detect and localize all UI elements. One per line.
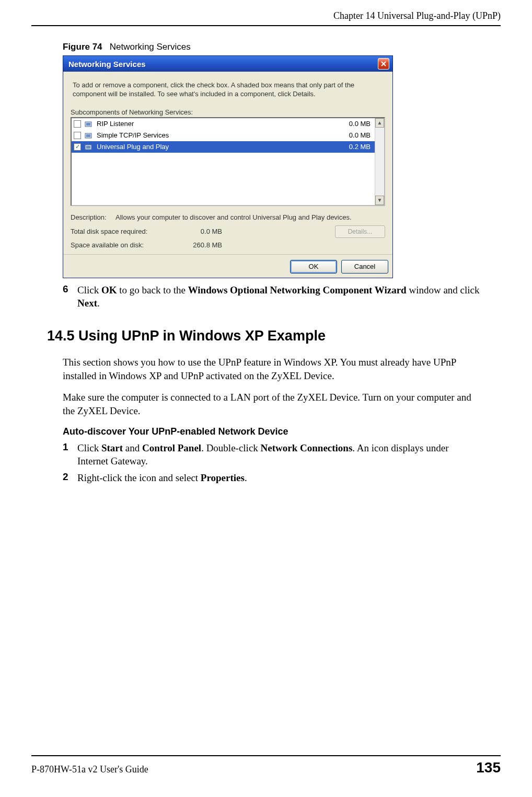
chapter-title: Chapter 14 Universal Plug-and-Play (UPnP… bbox=[333, 10, 501, 21]
total-space-value: 0.0 MB bbox=[175, 227, 222, 235]
component-icon bbox=[84, 131, 94, 140]
list-item[interactable]: RIP Listener 0.0 MB bbox=[72, 118, 375, 130]
item-size: 0.2 MB bbox=[339, 143, 371, 151]
scrollbar[interactable]: ▲ ▼ bbox=[375, 118, 384, 205]
figure-caption: Figure 74 Networking Services bbox=[63, 42, 480, 52]
item-name: Universal Plug and Play bbox=[97, 143, 339, 151]
figure-label: Figure 74 bbox=[63, 42, 102, 52]
list-item[interactable]: ✓ Universal Plug and Play 0.2 MB bbox=[72, 141, 375, 153]
cancel-button[interactable]: Cancel bbox=[341, 260, 388, 274]
ok-button[interactable]: OK bbox=[290, 260, 337, 274]
item-name: Simple TCP/IP Services bbox=[97, 131, 339, 139]
subcomponents-listbox[interactable]: RIP Listener 0.0 MB Simple TCP/IP Servic… bbox=[71, 117, 385, 206]
description-text: Allows your computer to discover and con… bbox=[115, 213, 385, 222]
scroll-down-icon[interactable]: ▼ bbox=[375, 196, 384, 205]
close-icon[interactable] bbox=[378, 58, 389, 70]
item-name: RIP Listener bbox=[97, 120, 339, 128]
checkbox[interactable] bbox=[74, 120, 81, 128]
svg-rect-1 bbox=[86, 123, 90, 126]
step-text: Click OK to go back to the Windows Optio… bbox=[77, 283, 480, 310]
page-header: Chapter 14 Universal Plug-and-Play (UPnP… bbox=[31, 10, 501, 26]
details-button: Details... bbox=[335, 225, 385, 238]
component-icon bbox=[84, 143, 94, 151]
section-heading: 14.5 Using UPnP in Windows XP Example bbox=[47, 328, 480, 344]
guide-name: P-870HW-51a v2 User's Guide bbox=[31, 764, 148, 775]
dialog-title: Networking Services bbox=[68, 60, 146, 69]
scroll-up-icon[interactable]: ▲ bbox=[375, 118, 384, 128]
step-number: 1 bbox=[63, 441, 77, 468]
figure-title: Networking Services bbox=[110, 42, 191, 52]
total-space-label: Total disk space required: bbox=[71, 227, 175, 235]
description-label: Description: bbox=[71, 213, 115, 222]
checkbox[interactable]: ✓ bbox=[74, 143, 81, 151]
step-number: 2 bbox=[63, 471, 77, 485]
networking-services-dialog: Networking Services To add or remove a c… bbox=[63, 55, 393, 278]
dialog-titlebar[interactable]: Networking Services bbox=[63, 56, 392, 72]
step-text: Right-click the icon and select Properti… bbox=[77, 471, 480, 485]
subheading: Auto-discover Your UPnP-enabled Network … bbox=[63, 426, 480, 437]
step-6: 6 Click OK to go back to the Windows Opt… bbox=[63, 283, 480, 310]
section-paragraph: This section shows you how to use the UP… bbox=[63, 356, 480, 382]
list-item[interactable]: Simple TCP/IP Services 0.0 MB bbox=[72, 130, 375, 141]
step-text: Click Start and Control Panel. Double-cl… bbox=[77, 441, 480, 468]
available-space-label: Space available on disk: bbox=[71, 241, 175, 249]
component-icon bbox=[84, 120, 94, 128]
svg-rect-5 bbox=[86, 146, 90, 149]
step-number: 6 bbox=[63, 283, 77, 310]
dialog-intro-text: To add or remove a component, click the … bbox=[73, 81, 383, 99]
checkbox[interactable] bbox=[74, 132, 81, 139]
step-1: 1 Click Start and Control Panel. Double-… bbox=[63, 441, 480, 468]
item-size: 0.0 MB bbox=[339, 131, 371, 139]
item-size: 0.0 MB bbox=[339, 120, 371, 128]
section-paragraph: Make sure the computer is connected to a… bbox=[63, 391, 480, 417]
page-footer: P-870HW-51a v2 User's Guide 135 bbox=[31, 755, 501, 776]
page-number: 135 bbox=[476, 759, 501, 776]
step-2: 2 Right-click the icon and select Proper… bbox=[63, 471, 480, 485]
svg-rect-3 bbox=[86, 134, 90, 137]
available-space-value: 260.8 MB bbox=[175, 241, 222, 249]
subcomponents-label: Subcomponents of Networking Services: bbox=[71, 108, 385, 116]
